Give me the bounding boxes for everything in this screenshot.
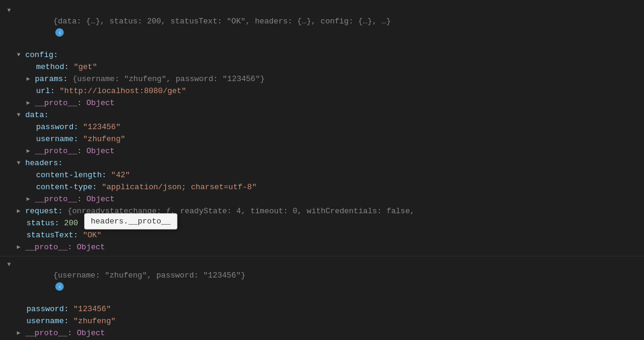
headers-content-length: content-length: "42": [0, 169, 644, 181]
data-header[interactable]: data:: [0, 109, 644, 121]
leaf-spacer8: [17, 230, 25, 241]
entry1-root-proto[interactable]: __proto__: Object: [0, 241, 644, 253]
console-panel: {data: {…}, status: 200, statusText: "OK…: [0, 0, 644, 340]
leaf-spacer9: [17, 304, 25, 315]
params-key: params:: [35, 74, 68, 85]
entry2-username: username: "zhufeng": [0, 315, 644, 327]
entry-1-root[interactable]: {data: {…}, status: 200, statusText: "OK…: [0, 5, 644, 49]
entry2-proto[interactable]: __proto__: Object: [0, 327, 644, 339]
config-proto-label: __proto__: Object: [35, 98, 115, 109]
content-length-val: "42": [111, 170, 130, 181]
headers-proto[interactable]: __proto__: Object: [0, 193, 644, 205]
toggle-entry1-proto[interactable]: [17, 242, 24, 253]
toggle-entry2[interactable]: [7, 260, 14, 270]
entry2-password-key: password:: [26, 304, 69, 315]
statustext-val: "OK": [83, 230, 102, 241]
data-username-key: username:: [36, 134, 78, 145]
leaf-spacer6: [26, 182, 35, 193]
entry-2: {username: "zhufeng", password: "123456"…: [0, 257, 644, 340]
data-proto[interactable]: __proto__: Object: [0, 145, 644, 157]
toggle-data[interactable]: [17, 110, 24, 121]
tooltip: headers.__proto__: [84, 213, 177, 229]
toggle-entry2-proto[interactable]: [17, 328, 24, 339]
entry2-proto-label: __proto__: Object: [25, 328, 105, 339]
status-key: status:: [26, 218, 60, 229]
entry2-password: password: "123456": [0, 303, 644, 315]
config-header[interactable]: config:: [0, 49, 644, 61]
data-password-val: "123456": [83, 122, 120, 133]
url-val: "http://localhost:8080/get": [60, 86, 186, 97]
entry1-summary: {data: {…}, status: 200, statusText: "OK…: [53, 17, 391, 26]
data-proto-label: __proto__: Object: [35, 146, 115, 157]
statustext-line: statusText: "OK": [0, 229, 644, 241]
entry-2-root[interactable]: {username: "zhufeng", password: "123456"…: [0, 259, 644, 303]
entry2-info-icon[interactable]: i: [55, 282, 64, 291]
config-url: url: "http://localhost:8080/get": [0, 85, 644, 97]
toggle-entry1[interactable]: [7, 5, 14, 16]
config-method: method: "get": [0, 61, 644, 73]
content-type-key: content-type:: [36, 182, 97, 193]
leaf-spacer4: [26, 134, 35, 145]
headers-key: headers:: [25, 158, 63, 169]
entry2-summary: {username: "zhufeng", password: "123456"…: [53, 271, 245, 280]
leaf-spacer2: [26, 86, 35, 97]
entry2-username-val: "zhufeng": [73, 316, 115, 327]
content-type-val: "application/json; charset=utf-8": [102, 182, 256, 193]
config-params[interactable]: params: {username: "zhufeng", password: …: [0, 73, 644, 85]
data-password: password: "123456": [0, 121, 644, 133]
headers-content-type: content-type: "application/json; charset…: [0, 181, 644, 193]
data-username-val: "zhufeng": [83, 134, 125, 145]
leaf-spacer7: [17, 218, 25, 229]
toggle-data-proto[interactable]: [26, 146, 34, 157]
data-key: data:: [25, 110, 49, 121]
content-length-key: content-length:: [36, 170, 106, 181]
toggle-params[interactable]: [26, 74, 34, 85]
data-password-key: password:: [36, 122, 78, 133]
tooltip-text: headers.__proto__: [91, 217, 171, 226]
leaf-spacer5: [26, 170, 35, 181]
leaf-spacer: [26, 62, 35, 73]
method-val: "get": [73, 62, 97, 73]
data-username: username: "zhufeng": [0, 133, 644, 145]
toggle-config-proto[interactable]: [26, 98, 34, 109]
status-val: 200: [64, 218, 78, 229]
params-val: {username: "zhufeng", password: "123456"…: [72, 74, 265, 85]
entry1-proto-label: __proto__: Object: [25, 242, 105, 253]
config-proto[interactable]: __proto__: Object: [0, 97, 644, 109]
config-key: config:: [25, 50, 58, 61]
headers-header[interactable]: headers:: [0, 157, 644, 169]
statustext-key: statusText:: [26, 230, 78, 241]
leaf-spacer3: [26, 122, 35, 133]
request-key: request:: [25, 206, 63, 217]
leaf-spacer10: [17, 316, 25, 327]
toggle-config[interactable]: [17, 50, 24, 61]
url-key: url:: [36, 86, 55, 97]
headers-proto-label: __proto__: Object: [35, 194, 115, 205]
entry2-password-val: "123456": [73, 304, 111, 315]
method-key: method:: [36, 62, 69, 73]
toggle-request[interactable]: [17, 206, 24, 217]
toggle-headers-proto[interactable]: [26, 194, 34, 205]
entry2-username-key: username:: [26, 316, 69, 327]
entry1-info-icon[interactable]: i: [55, 28, 64, 37]
toggle-headers[interactable]: [17, 158, 24, 169]
